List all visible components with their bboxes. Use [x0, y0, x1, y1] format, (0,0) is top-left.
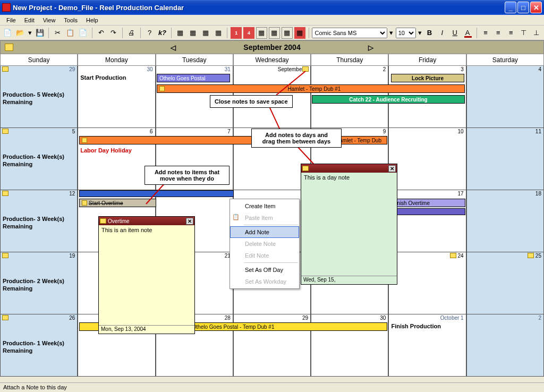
cell-day[interactable]: 2 — [466, 314, 544, 377]
bold-icon[interactable]: B — [424, 27, 435, 39]
ctx-paste-item: 📋 Paste Item — [230, 212, 299, 224]
cell-day[interactable]: 26 Production- 1 Week(s)Remaining — [0, 314, 78, 377]
help-icon[interactable]: ? — [144, 27, 155, 39]
note-header[interactable]: Overtime ✕ — [99, 217, 194, 225]
minimize-button[interactable]: _ — [505, 2, 516, 13]
font-select[interactable]: Comic Sans MS — [312, 28, 387, 38]
redo-icon[interactable]: ↷ — [108, 27, 120, 39]
paste-icon[interactable]: 📄 — [78, 27, 89, 39]
align-top-icon[interactable]: ⊤ — [518, 27, 529, 39]
day-number: 2 — [383, 66, 386, 72]
maximize-button[interactable]: □ — [517, 2, 529, 13]
cal4-icon[interactable]: ▦ — [212, 27, 224, 39]
menu-edit[interactable]: Edit — [20, 16, 39, 24]
copy-icon[interactable]: 📋 — [65, 27, 76, 39]
note-icon[interactable] — [2, 315, 8, 320]
event-bar[interactable]: Finish Overtime — [390, 199, 465, 207]
viewred-icon[interactable]: ▦ — [294, 27, 305, 39]
cell-day[interactable]: 11 — [466, 128, 544, 190]
next-month-button[interactable]: ▷ — [368, 44, 373, 52]
cell-day[interactable]: 19 Production- 2 Week(s)Remaining — [0, 252, 78, 314]
italic-icon[interactable]: I — [437, 27, 448, 39]
cell-day[interactable]: 29 Production- 5 Week(s)Remaining — [0, 66, 78, 128]
note-icon[interactable] — [82, 138, 87, 143]
close-icon[interactable]: ✕ — [388, 165, 396, 172]
underline-icon[interactable]: U — [449, 27, 461, 39]
note-icon[interactable] — [2, 66, 8, 72]
event-bar[interactable]: Lock Picture — [391, 74, 464, 82]
menu-tools[interactable]: Tools — [60, 16, 82, 24]
view6-icon[interactable]: ▦ — [269, 27, 280, 39]
day-number: 17 — [458, 191, 464, 197]
menu-view[interactable]: View — [39, 16, 60, 24]
cell-day[interactable]: 30 Start Production — [78, 66, 155, 128]
cut-icon[interactable]: ✂ — [52, 27, 63, 39]
event-bar[interactable] — [390, 208, 465, 215]
note-icon[interactable] — [302, 66, 309, 72]
dropdown-icon[interactable]: ▾ — [28, 27, 33, 39]
menu-help[interactable]: Help — [82, 16, 103, 24]
menu-file[interactable]: File — [2, 16, 20, 24]
view4-icon[interactable]: 4 — [243, 27, 254, 39]
note-header[interactable]: ✕ — [301, 164, 397, 173]
event-bar[interactable]: Hamlet - Temp Dub #1 — [157, 84, 465, 93]
month-note-icon[interactable] — [5, 44, 13, 51]
note-icon[interactable] — [82, 200, 87, 206]
prev-month-button[interactable]: ◁ — [171, 44, 176, 52]
side-label: Production- 4 Week(s)Remaining — [3, 154, 64, 168]
align-bottom-icon[interactable]: ⊥ — [531, 27, 542, 39]
view5-icon[interactable]: ▦ — [256, 27, 267, 39]
open-icon[interactable]: 📂 — [15, 27, 26, 39]
window-title: New Project - Demo_File - Reel Productio… — [13, 4, 505, 12]
note-icon[interactable] — [159, 86, 165, 91]
save-icon[interactable]: 💾 — [34, 27, 45, 39]
event-bar[interactable]: Start Overtime — [79, 199, 156, 207]
event-bar[interactable]: Othelo Goes Postal — [157, 74, 230, 82]
cell-day[interactable]: October 1 Finish Production — [388, 314, 466, 377]
day-number: 31 — [225, 66, 231, 72]
side-label: Production- 2 Week(s)Remaining — [3, 278, 64, 293]
event-bar[interactable]: Catch 22 - Audience Recruiting — [312, 95, 465, 104]
note-popup-item[interactable]: Overtime ✕ This is an item note Mon, Sep… — [98, 216, 195, 334]
note-icon[interactable] — [450, 253, 456, 258]
whatsthis-icon[interactable]: k? — [157, 27, 168, 39]
cell-day[interactable]: 18 — [466, 190, 544, 252]
cell-day[interactable]: 12 Production- 3 Week(s)Remaining — [0, 190, 78, 252]
note-icon[interactable] — [2, 129, 8, 134]
close-button[interactable]: ✕ — [530, 2, 542, 13]
note-icon[interactable] — [528, 253, 534, 258]
note-body[interactable]: This is an item note — [99, 225, 194, 325]
cal2-icon[interactable]: ▦ — [188, 27, 199, 39]
align-left-icon[interactable]: ≡ — [480, 27, 491, 39]
note-body[interactable]: This is a day note — [301, 173, 397, 276]
cell-day[interactable]: 5 Production- 4 Week(s)Remaining — [0, 128, 78, 190]
view1-icon[interactable]: 1 — [231, 27, 242, 39]
print-icon[interactable]: 🖨 — [126, 27, 137, 39]
note-icon[interactable] — [2, 253, 8, 258]
undo-icon[interactable]: ↶ — [96, 27, 107, 39]
cell-day[interactable]: 10 — [388, 128, 466, 190]
cal3-icon[interactable]: ▦ — [200, 27, 211, 39]
size-dd-icon[interactable]: ▾ — [418, 27, 423, 39]
view7-icon[interactable]: ▦ — [282, 27, 293, 39]
new-icon[interactable]: 📄 — [2, 27, 13, 39]
note-popup-day[interactable]: ✕ This is a day note Wed, Sep 15, — [301, 164, 397, 285]
cell-day[interactable]: 24 — [388, 252, 466, 314]
align-right-icon[interactable]: ≡ — [505, 27, 516, 39]
ctx-create-item[interactable]: Create Item — [230, 200, 299, 212]
cal1-icon[interactable]: ▦ — [175, 27, 186, 39]
ctx-set-off-day[interactable]: Set As Off Day — [230, 264, 299, 276]
cell-day[interactable]: 4 — [466, 66, 544, 128]
day-number: 25 — [536, 253, 541, 259]
align-center-icon[interactable]: ≡ — [492, 27, 504, 39]
note-icon[interactable] — [2, 191, 8, 196]
event-bar[interactable] — [79, 190, 234, 197]
size-select[interactable]: 10 — [396, 28, 416, 38]
font-dd-icon[interactable]: ▾ — [389, 27, 394, 39]
close-icon[interactable]: ✕ — [186, 218, 193, 225]
fontcolor-icon[interactable]: A — [462, 27, 473, 39]
menubar: File Edit View Tools Help — [0, 15, 544, 25]
cell-text: Labor Day Holiday — [80, 147, 132, 154]
cell-day[interactable]: 25 — [466, 252, 544, 314]
ctx-add-note[interactable]: Add Note — [230, 226, 299, 238]
